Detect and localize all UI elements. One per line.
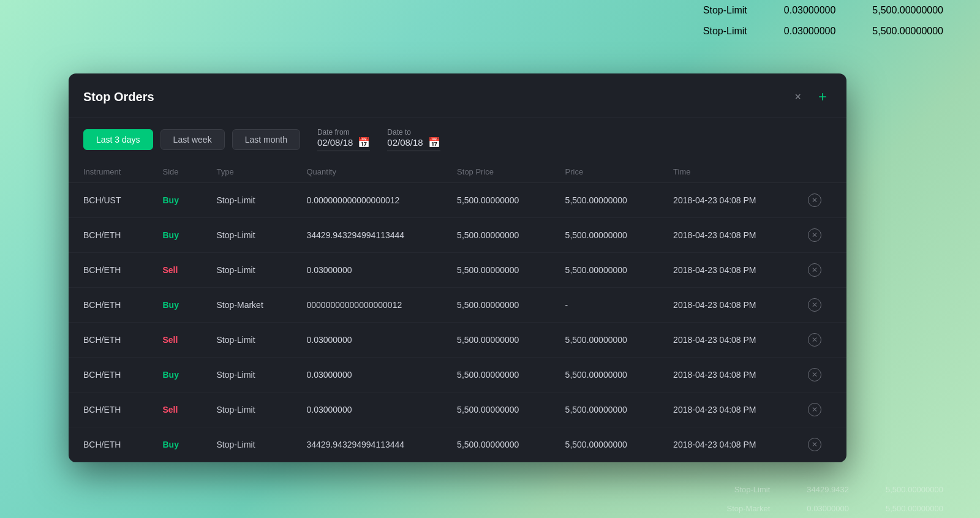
bg-bottom-price-2: 0.03000000	[807, 504, 849, 513]
bg-bottom-amount-2: 5,500.00000000	[886, 504, 943, 513]
cell-cancel[interactable]: ✕	[791, 358, 846, 392]
table-row: BCH/ETH Sell Stop-Limit 0.03000000 5,500…	[69, 323, 846, 358]
cell-quantity: 0.03000000	[292, 323, 443, 358]
cell-side: Buy	[148, 358, 202, 392]
cell-instrument: BCH/ETH	[69, 323, 148, 358]
table-row: BCH/ETH Buy Stop-Limit 34429.94329499411…	[69, 218, 846, 253]
cell-side: Sell	[148, 392, 202, 427]
bg-bottom-amount-1: 5,500.00000000	[886, 485, 943, 494]
cell-instrument: BCH/ETH	[69, 218, 148, 253]
cell-quantity: 34429.943294994113444	[292, 218, 443, 253]
cell-price: 5,500.00000000	[551, 358, 659, 392]
filter-last-week[interactable]: Last week	[160, 129, 225, 150]
cell-time: 2018-04-23 04:08 PM	[658, 323, 791, 358]
cell-type: Stop-Limit	[202, 218, 292, 253]
modal-header: Stop Orders × +	[69, 73, 846, 118]
cell-instrument: BCH/ETH	[69, 253, 148, 288]
cell-quantity: 00000000000000000012	[292, 288, 443, 323]
table-row: BCH/ETH Sell Stop-Limit 0.03000000 5,500…	[69, 392, 846, 427]
cell-time: 2018-04-23 04:08 PM	[658, 427, 791, 462]
bg-top-numbers: Stop-Limit 0.03000000 5,500.00000000 Sto…	[0, 0, 980, 42]
cancel-order-button[interactable]: ✕	[806, 227, 823, 244]
cancel-icon: ✕	[808, 403, 821, 416]
date-from-label: Date from	[317, 128, 370, 137]
close-button[interactable]: ×	[790, 88, 806, 106]
cancel-order-button[interactable]: ✕	[806, 296, 823, 313]
cell-stop-price: 5,500.00000000	[442, 358, 551, 392]
cell-time: 2018-04-23 04:08 PM	[658, 392, 791, 427]
bg-amount-2: 5,500.00000000	[872, 26, 943, 37]
cell-time: 2018-04-23 04:08 PM	[658, 288, 791, 323]
cancel-icon: ✕	[808, 228, 821, 242]
add-button[interactable]: +	[813, 86, 832, 108]
cancel-icon: ✕	[808, 298, 821, 312]
cell-side: Sell	[148, 253, 202, 288]
col-header-type: Type	[202, 161, 292, 183]
date-to-section: Date to 02/08/18 📅	[387, 128, 440, 151]
cell-type: Stop-Market	[202, 288, 292, 323]
cell-cancel[interactable]: ✕	[791, 218, 846, 253]
cell-stop-price: 5,500.00000000	[442, 427, 551, 462]
cell-stop-price: 5,500.00000000	[442, 183, 551, 218]
modal-title: Stop Orders	[83, 90, 154, 104]
table-row: BCH/ETH Buy Stop-Market 0000000000000000…	[69, 288, 846, 323]
cell-side: Buy	[148, 427, 202, 462]
date-from-value: 02/08/18	[317, 137, 353, 148]
cell-side: Buy	[148, 288, 202, 323]
cancel-order-button[interactable]: ✕	[806, 366, 823, 383]
cell-instrument: BCH/ETH	[69, 427, 148, 462]
cell-type: Stop-Limit	[202, 183, 292, 218]
filter-last-3-days[interactable]: Last 3 days	[83, 129, 153, 150]
cell-cancel[interactable]: ✕	[791, 253, 846, 288]
cell-time: 2018-04-23 04:08 PM	[658, 218, 791, 253]
cancel-icon: ✕	[808, 263, 821, 277]
date-from-wrapper: Date from 02/08/18 📅	[317, 128, 370, 151]
cancel-order-button[interactable]: ✕	[806, 436, 823, 453]
calendar-from-icon[interactable]: 📅	[358, 137, 370, 148]
bg-price-2: 0.03000000	[784, 26, 836, 37]
cell-stop-price: 5,500.00000000	[442, 253, 551, 288]
table-row: BCH/ETH Buy Stop-Limit 0.03000000 5,500.…	[69, 358, 846, 392]
col-header-side: Side	[148, 161, 202, 183]
calendar-to-icon[interactable]: 📅	[428, 137, 440, 148]
cell-cancel[interactable]: ✕	[791, 427, 846, 462]
col-header-stop-price: Stop Price	[442, 161, 551, 183]
bg-bottom-numbers: Stop-Limit 34429.9432 5,500.00000000 Sto…	[0, 480, 980, 518]
cell-type: Stop-Limit	[202, 392, 292, 427]
cell-stop-price: 5,500.00000000	[442, 288, 551, 323]
date-from-input-row[interactable]: 02/08/18 📅	[317, 137, 370, 151]
cell-quantity: 0.03000000	[292, 392, 443, 427]
cancel-order-button[interactable]: ✕	[806, 331, 823, 348]
col-header-quantity: Quantity	[292, 161, 443, 183]
cell-price: 5,500.00000000	[551, 253, 659, 288]
table-header-row: Instrument Side Type Quantity Stop Price…	[69, 161, 846, 183]
cell-time: 2018-04-23 04:08 PM	[658, 183, 791, 218]
cell-cancel[interactable]: ✕	[791, 288, 846, 323]
cancel-order-button[interactable]: ✕	[806, 261, 823, 279]
cell-stop-price: 5,500.00000000	[442, 218, 551, 253]
stop-orders-modal: Stop Orders × + Last 3 days Last week La…	[69, 73, 846, 462]
cell-type: Stop-Limit	[202, 358, 292, 392]
cell-cancel[interactable]: ✕	[791, 183, 846, 218]
cell-cancel[interactable]: ✕	[791, 323, 846, 358]
table-row: BCH/UST Buy Stop-Limit 0.000000000000000…	[69, 183, 846, 218]
filter-last-month[interactable]: Last month	[232, 129, 300, 150]
cancel-order-button[interactable]: ✕	[806, 401, 823, 418]
cell-time: 2018-04-23 04:08 PM	[658, 358, 791, 392]
cell-cancel[interactable]: ✕	[791, 392, 846, 427]
cell-price: 5,500.00000000	[551, 427, 659, 462]
cell-price: 5,500.00000000	[551, 218, 659, 253]
cell-time: 2018-04-23 04:08 PM	[658, 253, 791, 288]
col-header-actions	[791, 161, 846, 183]
bg-price-1: 0.03000000	[784, 5, 836, 16]
cancel-order-button[interactable]: ✕	[806, 192, 823, 209]
orders-table-container: Instrument Side Type Quantity Stop Price…	[69, 161, 846, 462]
date-to-input-row[interactable]: 02/08/18 📅	[387, 137, 440, 151]
cell-stop-price: 5,500.00000000	[442, 323, 551, 358]
filters-row: Last 3 days Last week Last month Date fr…	[69, 118, 846, 161]
cell-quantity: 34429.943294994113444	[292, 427, 443, 462]
cell-side: Sell	[148, 323, 202, 358]
cell-type: Stop-Limit	[202, 427, 292, 462]
cell-price: -	[551, 288, 659, 323]
bg-bottom-price-1: 34429.9432	[807, 485, 849, 494]
